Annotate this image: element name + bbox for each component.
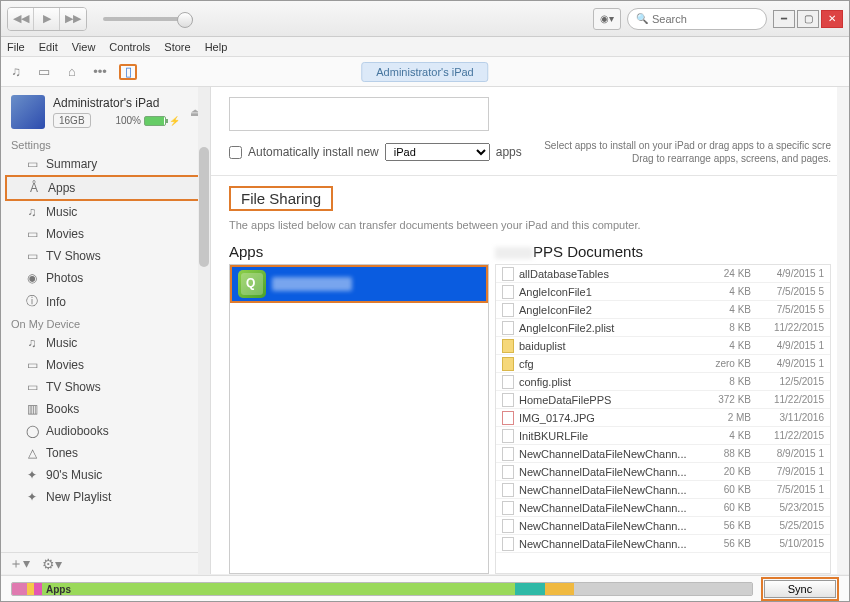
playback-controls: ◀◀ ▶ ▶▶ — [7, 7, 87, 31]
doc-name: NewChannelDataFileNewChann... — [519, 466, 696, 478]
doc-date: 5/23/2015 — [756, 502, 824, 513]
sidebar-item-icon: ⓘ — [25, 293, 39, 310]
sidebar-item-icon: ▭ — [25, 157, 39, 171]
menu-help[interactable]: Help — [205, 41, 228, 53]
docs-header: PPS Documents — [495, 239, 831, 264]
more-icon[interactable]: ••• — [91, 64, 109, 80]
maximize-icon[interactable]: ▢ — [797, 10, 819, 28]
tv-icon[interactable]: ⌂ — [63, 64, 81, 80]
doc-row[interactable]: IMG_0174.JPG2 MB3/11/2016 — [496, 409, 830, 427]
preview-box — [229, 97, 489, 131]
sidebar-item-icon: ✦ — [25, 468, 39, 482]
doc-name: NewChannelDataFileNewChann... — [519, 484, 696, 496]
doc-date: 5/10/2015 — [756, 538, 824, 549]
sidebar-item-tv-shows[interactable]: ▭TV Shows — [1, 245, 210, 267]
sidebar-item-music[interactable]: ♫Music — [1, 332, 210, 354]
sidebar-item-icon: ▭ — [25, 358, 39, 372]
account-button[interactable]: ◉▾ — [593, 8, 621, 30]
battery-icon — [144, 116, 166, 126]
menu-edit[interactable]: Edit — [39, 41, 58, 53]
gear-icon[interactable]: ⚙▾ — [42, 556, 62, 572]
sidebar-item-label: Summary — [46, 157, 97, 171]
doc-name: AngleIconFile1 — [519, 286, 696, 298]
doc-date: 7/5/2015 1 — [756, 484, 824, 495]
sidebar-item-books[interactable]: ▥Books — [1, 398, 210, 420]
sidebar-item-label: Music — [46, 205, 77, 219]
play-icon[interactable]: ▶ — [34, 8, 60, 30]
menu-controls[interactable]: Controls — [109, 41, 150, 53]
doc-row[interactable]: NewChannelDataFileNewChann...56 KB5/10/2… — [496, 535, 830, 553]
sidebar-item-icon: ▭ — [25, 380, 39, 394]
file-icon — [502, 393, 514, 407]
doc-row[interactable]: NewChannelDataFileNewChann...88 KB8/9/20… — [496, 445, 830, 463]
close-icon[interactable]: ✕ — [821, 10, 843, 28]
search-input[interactable] — [652, 13, 758, 25]
sync-button[interactable]: Sync — [764, 580, 836, 598]
file-icon — [502, 285, 514, 299]
movies-icon[interactable]: ▭ — [35, 64, 53, 80]
doc-row[interactable]: HomeDataFilePPS372 KB11/22/2015 — [496, 391, 830, 409]
docs-list[interactable]: allDatabaseTables24 KB4/9/2015 1AngleIco… — [495, 264, 831, 574]
sidebar-item-new-playlist[interactable]: ✦New Playlist — [1, 486, 210, 508]
doc-row[interactable]: baiduplist4 KB4/9/2015 1 — [496, 337, 830, 355]
doc-row[interactable]: NewChannelDataFileNewChann...20 KB7/9/20… — [496, 463, 830, 481]
sidebar-item-tones[interactable]: △Tones — [1, 442, 210, 464]
doc-row[interactable]: AngleIconFile14 KB7/5/2015 5 — [496, 283, 830, 301]
toolbar: ♫ ▭ ⌂ ••• ▯ Administrator's iPad — [1, 57, 849, 87]
next-icon[interactable]: ▶▶ — [60, 8, 86, 30]
auto-install-select[interactable]: iPad — [385, 143, 490, 161]
sidebar-item-movies[interactable]: ▭Movies — [1, 223, 210, 245]
volume-slider[interactable] — [103, 17, 193, 21]
minimize-icon[interactable]: ━ — [773, 10, 795, 28]
sidebar-item-photos[interactable]: ◉Photos — [1, 267, 210, 289]
file-icon — [502, 411, 514, 425]
doc-size: 60 KB — [701, 502, 751, 513]
sidebar-item-music[interactable]: ♫Music — [1, 201, 210, 223]
auto-install-checkbox[interactable] — [229, 146, 242, 159]
capacity-chip: 16GB — [53, 113, 91, 128]
doc-row[interactable]: AngleIconFile24 KB7/5/2015 5 — [496, 301, 830, 319]
doc-row[interactable]: InitBKURLFile4 KB11/22/2015 — [496, 427, 830, 445]
sidebar-item-info[interactable]: ⓘInfo — [1, 289, 210, 314]
menu-file[interactable]: File — [7, 41, 25, 53]
app-icon — [238, 270, 266, 298]
add-icon[interactable]: ＋▾ — [9, 555, 30, 573]
doc-date: 4/9/2015 1 — [756, 340, 824, 351]
sidebar-item-icon: ♫ — [25, 336, 39, 350]
music-icon[interactable]: ♫ — [7, 64, 25, 80]
sidebar-scrollbar[interactable] — [198, 87, 210, 574]
capacity-label: Apps — [46, 583, 71, 596]
sidebar-item-movies[interactable]: ▭Movies — [1, 354, 210, 376]
file-icon — [502, 501, 514, 515]
sidebar-item-apps[interactable]: ÅApps — [5, 175, 206, 201]
doc-date: 4/9/2015 1 — [756, 358, 824, 369]
app-row-selected[interactable] — [230, 265, 488, 303]
doc-row[interactable]: cfgzero KB4/9/2015 1 — [496, 355, 830, 373]
doc-name: HomeDataFilePPS — [519, 394, 696, 406]
prev-icon[interactable]: ◀◀ — [8, 8, 34, 30]
doc-row[interactable]: NewChannelDataFileNewChann...60 KB5/23/2… — [496, 499, 830, 517]
menu-store[interactable]: Store — [164, 41, 190, 53]
main-scrollbar[interactable] — [837, 87, 849, 574]
doc-row[interactable]: config.plist8 KB12/5/2015 — [496, 373, 830, 391]
sidebar-item-audiobooks[interactable]: ◯Audiobooks — [1, 420, 210, 442]
device-button[interactable]: ▯ — [119, 64, 137, 80]
sidebar-item-icon: ▥ — [25, 402, 39, 416]
sidebar-item-tv-shows[interactable]: ▭TV Shows — [1, 376, 210, 398]
menubar: FileEditViewControlsStoreHelp — [1, 37, 849, 57]
doc-date: 11/22/2015 — [756, 394, 824, 405]
doc-name: InitBKURLFile — [519, 430, 696, 442]
file-icon — [502, 303, 514, 317]
doc-row[interactable]: NewChannelDataFileNewChann...60 KB7/5/20… — [496, 481, 830, 499]
doc-row[interactable]: NewChannelDataFileNewChann...56 KB5/25/2… — [496, 517, 830, 535]
doc-row[interactable]: allDatabaseTables24 KB4/9/2015 1 — [496, 265, 830, 283]
doc-row[interactable]: AngleIconFile2.plist8 KB11/22/2015 — [496, 319, 830, 337]
search-icon: 🔍 — [636, 13, 648, 24]
apps-list[interactable] — [229, 264, 489, 574]
menu-view[interactable]: View — [72, 41, 96, 53]
sidebar-item-90-s-music[interactable]: ✦90's Music — [1, 464, 210, 486]
doc-size: 4 KB — [701, 286, 751, 297]
sidebar-item-summary[interactable]: ▭Summary — [1, 153, 210, 175]
search-box[interactable]: 🔍 — [627, 8, 767, 30]
device-chip[interactable]: Administrator's iPad — [361, 62, 488, 82]
